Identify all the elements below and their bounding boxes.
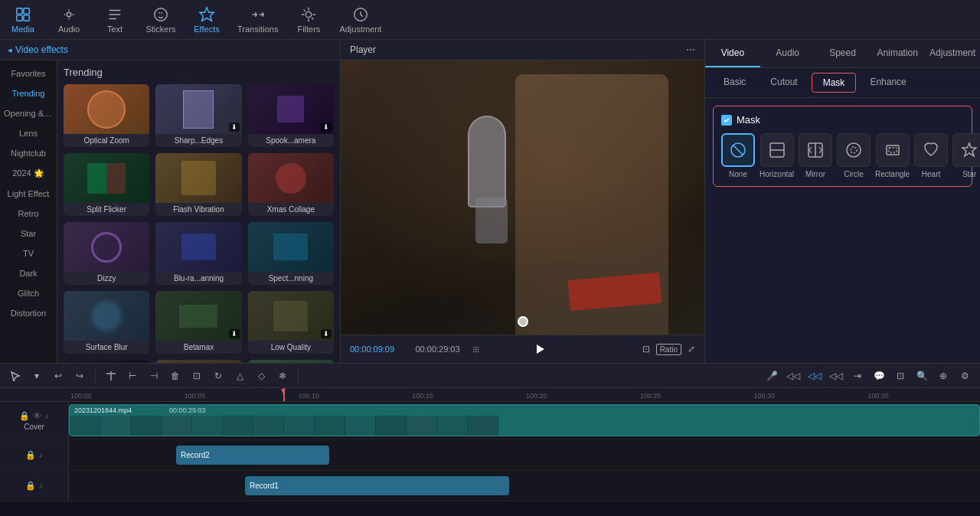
effect-dizzy[interactable]: Dizzy	[64, 222, 149, 285]
keyframe-btn[interactable]: ◇	[252, 367, 270, 385]
tab-video[interactable]: Video	[705, 40, 760, 67]
sidebar-item-opening[interactable]: Opening & ...	[0, 103, 57, 123]
sidebar-item-dark[interactable]: Dark	[0, 263, 57, 283]
mask-horizontal[interactable]: Horizontal	[760, 133, 794, 178]
effect-betamax[interactable]: ⬇ Betamax	[155, 291, 241, 354]
download-badge: ⬇	[321, 122, 332, 132]
toolbar-audio[interactable]: Audio	[54, 6, 84, 34]
zoom-out-btn[interactable]: 🔍	[913, 367, 931, 385]
volume-icon-2[interactable]: ♪	[39, 450, 44, 460]
loop-btn[interactable]: ↻	[209, 367, 227, 385]
effect-low-quality[interactable]: ⬇ Low Quality	[248, 291, 334, 354]
sidebar-item-glitch[interactable]: Glitch	[0, 283, 57, 303]
effect-sharp-edges[interactable]: ⬇ Sharp...Edges	[155, 84, 241, 147]
svg-rect-2	[17, 15, 22, 20]
sidebar-item-star[interactable]: Star	[0, 224, 57, 243]
sidebar-item-favorites[interactable]: Favorites	[0, 64, 57, 83]
zoom-in-btn[interactable]: ⊕	[934, 367, 952, 385]
audio-track-right[interactable]: ◁◁	[827, 367, 845, 385]
tab-animation[interactable]: Animation	[870, 40, 925, 67]
effect-spooky[interactable]: ⬇ Spook...amera	[248, 84, 334, 147]
sidebar-item-nightclub[interactable]: Nightclub	[0, 143, 57, 163]
delete-btn[interactable]: 🗑	[166, 367, 185, 385]
lock-icon-2[interactable]: 🔒	[25, 450, 36, 460]
expand-btn[interactable]: ⤢	[688, 344, 695, 354]
track-clip-main[interactable]: 20231201844.mp4 00:00:29:03	[69, 404, 980, 436]
subtab-basic[interactable]: Basic	[713, 73, 756, 93]
subtab-mask[interactable]: Mask	[812, 73, 857, 93]
sidebar-item-trending[interactable]: Trending	[0, 83, 57, 103]
select-dropdown[interactable]: ▾	[28, 367, 46, 385]
sidebar-item-2024[interactable]: 2024 🌟	[0, 163, 57, 184]
audio-track-left[interactable]: ◁◁	[784, 367, 802, 385]
undo-btn[interactable]: ↩	[49, 367, 67, 385]
redo-btn[interactable]: ↪	[70, 367, 89, 385]
track-icons-cover: 🔒 👁 ♪	[19, 411, 49, 421]
svg-marker-9	[537, 345, 544, 354]
effect-fps-lag[interactable]: FPS Lag	[248, 360, 334, 363]
effect-split-flicker[interactable]: Split Flicker	[64, 153, 149, 216]
select-tool[interactable]	[6, 367, 24, 385]
subtab-cutout[interactable]: Cutout	[760, 73, 808, 93]
microphone-btn[interactable]: 🎤	[763, 367, 781, 385]
effect-thumb: ⬇	[248, 84, 334, 134]
settings-btn[interactable]: ⚙	[956, 367, 974, 385]
mask-rectangle[interactable]: Rectangle	[875, 133, 910, 178]
mask-options-grid: None Horizontal	[721, 133, 964, 178]
mask-mirror[interactable]: Mirror	[799, 133, 832, 178]
play-button[interactable]	[531, 340, 549, 358]
effect-flash-vibration[interactable]: Flash Vibration	[155, 153, 241, 216]
effect-surface-blur[interactable]: Surface Blur	[64, 291, 149, 354]
toolbar-stickers[interactable]: Stickers	[145, 6, 176, 34]
effect-blu-ray[interactable]: Blu-ra...anning	[155, 222, 241, 285]
sidebar-item-lens[interactable]: Lens	[0, 123, 57, 143]
mask-none[interactable]: None	[721, 133, 755, 178]
tab-adjustment[interactable]: Adjustment	[925, 40, 980, 67]
effect-black-flash[interactable]: Black Flash II	[64, 360, 149, 363]
eye-icon[interactable]: 👁	[33, 411, 41, 421]
volume-icon-3[interactable]: ♪	[39, 481, 44, 491]
caption-btn[interactable]: ⊡	[891, 367, 910, 385]
mask-heart[interactable]: Heart	[914, 133, 948, 178]
sidebar-item-retro[interactable]: Retro	[0, 204, 57, 224]
mask-star-icon	[952, 133, 980, 167]
tab-audio[interactable]: Audio	[760, 40, 815, 67]
split-btn[interactable]	[102, 367, 120, 385]
mask-checkbox[interactable]	[721, 115, 732, 126]
copy-btn[interactable]: ⊡	[188, 367, 206, 385]
lock-icon-3[interactable]: 🔒	[25, 481, 36, 491]
toolbar-filters[interactable]: Filters	[293, 6, 324, 34]
audio-track-mid[interactable]: ◁◁	[805, 367, 824, 385]
toolbar-transitions[interactable]: Transitions	[237, 6, 278, 34]
clip-record1[interactable]: Record1	[245, 476, 509, 495]
mask-star[interactable]: Star	[952, 133, 980, 178]
arrow-right-btn[interactable]: ⇥	[848, 367, 867, 385]
tab-speed[interactable]: Speed	[815, 40, 871, 67]
sidebar-item-tv[interactable]: TV	[0, 243, 57, 263]
fullscreen-preview-btn[interactable]: ⊡	[642, 344, 650, 354]
effect-xmas-collage[interactable]: Xmas Collage	[248, 153, 334, 216]
trim-right-btn[interactable]: ⊣	[145, 367, 163, 385]
mask-circle[interactable]: Circle	[837, 133, 871, 178]
effect-smart-sharpen[interactable]: Smart Sharpen	[155, 360, 241, 363]
effects-grid: Optical Zoom ⬇ Sharp...Edges ⬇	[64, 84, 334, 363]
toolbar-adjustment[interactable]: Adjustment	[339, 6, 381, 34]
effect-spectanning[interactable]: Spect...nning	[248, 222, 334, 285]
toolbar-text[interactable]: Text	[100, 6, 130, 34]
toolbar-effects[interactable]: Effects	[191, 6, 222, 34]
lock-icon[interactable]: 🔒	[19, 411, 30, 421]
clip-record2[interactable]: Record2	[176, 446, 329, 465]
sidebar-item-light-effect[interactable]: Light Effect	[0, 184, 57, 204]
effect-optical-zoom[interactable]: Optical Zoom	[64, 84, 149, 147]
toolbar-media[interactable]: Media	[8, 6, 38, 34]
sidebar-item-distortion[interactable]: Distortion	[0, 303, 57, 323]
trim-left-btn[interactable]: ⊢	[123, 367, 142, 385]
speech-btn[interactable]: 💬	[870, 367, 888, 385]
mask-mirror-icon	[799, 133, 832, 167]
subtab-enhance[interactable]: Enhance	[859, 73, 916, 93]
ratio-button[interactable]: Ratio	[656, 344, 681, 355]
player-menu-icon[interactable]: ⋯	[686, 44, 695, 55]
freeze-btn[interactable]: ❄	[273, 367, 292, 385]
marker-btn[interactable]: △	[230, 367, 249, 385]
audio-icon[interactable]: ♪	[44, 411, 49, 421]
